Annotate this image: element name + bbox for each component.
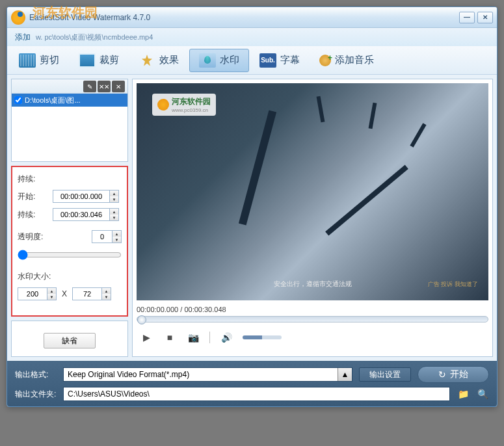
main-tabs: 剪切 裁剪 效果 水印 Sub.字幕 添加音乐 (7, 46, 497, 75)
duration-input[interactable]: ▲▼ (53, 208, 119, 221)
film-icon (19, 53, 36, 68)
minimize-button[interactable]: — (459, 12, 475, 23)
content-area: ✎ ✕✕ ✕ D:\tools\桌面\图... 持续: 开始: ▲▼ 持续: ▲… (7, 75, 497, 361)
watermark-settings: 持续: 开始: ▲▼ 持续: ▲▼ 透明度: ▲▼ 水印大小: ▲▼ (11, 166, 128, 317)
edit-button[interactable]: ✎ (83, 81, 96, 92)
progress-bar[interactable] (137, 316, 488, 322)
dropdown-icon[interactable]: ▲ (338, 368, 352, 381)
watermark-list: ✎ ✕✕ ✕ D:\tools\桌面\图... (11, 79, 128, 162)
output-settings-button[interactable]: 输出设置 (359, 367, 411, 382)
default-button[interactable]: 缺省 (44, 333, 96, 348)
item-label: D:\tools\桌面\图... (25, 96, 81, 105)
spin-up[interactable]: ▲ (102, 288, 111, 294)
snapshot-button[interactable]: 📷 (186, 332, 200, 343)
duration-header: 持续: (18, 174, 35, 185)
tab-watermark[interactable]: 水印 (189, 49, 249, 72)
output-folder-input[interactable]: C:\Users\ASUS\Videos\ (63, 387, 450, 401)
crop-icon (79, 53, 96, 68)
app-window: EasiestSoft Video Watermark 4.7.0 河东软件园 … (7, 7, 497, 407)
right-panel: 河东软件园 www.pc0359.cn 安全出行，遵循市交通法规 广告 投诉 我… (132, 79, 493, 357)
video-area: 河东软件园 www.pc0359.cn 安全出行，遵循市交通法规 广告 投诉 我… (132, 79, 493, 357)
bottom-bar: 输出格式: Keep Original Video Format(*.mp4) … (7, 361, 497, 406)
spin-down[interactable]: ▼ (47, 294, 56, 300)
opacity-slider[interactable] (18, 250, 122, 260)
app-icon (11, 10, 25, 25)
folder-label: 输出文件夹: (15, 389, 57, 400)
spin-down[interactable]: ▼ (113, 237, 121, 243)
clear-all-button[interactable]: ✕✕ (98, 81, 111, 92)
size-label: 水印大小: (18, 271, 51, 282)
browse-folder-icon[interactable]: 📁 (457, 387, 470, 400)
spin-up[interactable]: ▲ (110, 190, 118, 196)
refresh-icon: ↻ (438, 369, 446, 380)
start-time-input[interactable]: ▲▼ (53, 190, 119, 203)
x-separator: X (62, 289, 67, 298)
music-icon (319, 55, 331, 66)
window-title: EasiestSoft Video Watermark 4.7.0 (29, 13, 459, 22)
opacity-input[interactable]: ▲▼ (92, 230, 122, 243)
tab-effect[interactable]: 效果 (129, 49, 188, 72)
tab-cut[interactable]: 剪切 (10, 49, 68, 72)
height-input[interactable]: ▲▼ (72, 287, 111, 300)
tab-music[interactable]: 添加音乐 (310, 49, 383, 72)
close-button[interactable]: ✕ (477, 12, 493, 23)
format-select[interactable]: Keep Original Video Format(*.mp4) ▲ (63, 367, 352, 382)
start-button[interactable]: ↻开始 (418, 366, 489, 383)
window-controls: — ✕ (459, 12, 493, 23)
time-display: 00:00:00.000 / 00:00:30.048 (137, 306, 488, 313)
start-label: 开始: (18, 191, 47, 202)
pathbar: 添加 w. pc\tools\桌面\视频\ncmbdeee.mp4 (7, 28, 497, 46)
spin-up[interactable]: ▲ (113, 231, 121, 237)
watermark-icon (199, 53, 216, 68)
duration-label: 持续: (18, 209, 47, 220)
tab-crop[interactable]: 裁剪 (70, 49, 128, 72)
progress-handle[interactable] (137, 315, 146, 324)
spin-down[interactable]: ▼ (110, 196, 118, 202)
titlebar[interactable]: EasiestSoft Video Watermark 4.7.0 河东软件园 … (7, 7, 497, 28)
tab-subtitle[interactable]: Sub.字幕 (250, 49, 309, 72)
file-path: w. pc\tools\桌面\视频\ncmbdeee.mp4 (36, 33, 153, 42)
item-checkbox[interactable] (14, 96, 22, 104)
spin-down[interactable]: ▼ (102, 294, 111, 300)
volume-button[interactable]: 🔊 (219, 332, 233, 343)
spin-up[interactable]: ▲ (47, 288, 56, 294)
format-label: 输出格式: (15, 369, 57, 380)
wm-logo-icon (157, 99, 169, 111)
list-item[interactable]: D:\tools\桌面\图... (12, 94, 127, 107)
effect-icon (139, 53, 155, 68)
spin-down[interactable]: ▼ (110, 215, 118, 220)
video-corner-text: 广告 投诉 我知道了 (428, 280, 478, 289)
width-input[interactable]: ▲▼ (18, 287, 57, 300)
subtitle-icon: Sub. (259, 53, 276, 68)
video-preview[interactable]: 河东软件园 www.pc0359.cn 安全出行，遵循市交通法规 广告 投诉 我… (137, 83, 488, 300)
left-panel: ✎ ✕✕ ✕ D:\tools\桌面\图... 持续: 开始: ▲▼ 持续: ▲… (11, 79, 128, 357)
add-label[interactable]: 添加 (15, 32, 31, 43)
stop-button[interactable]: ■ (163, 332, 177, 343)
volume-slider[interactable] (243, 335, 282, 339)
video-subtitle: 安全出行，遵循市交通法规 (274, 280, 352, 289)
spin-up[interactable]: ▲ (110, 209, 118, 215)
search-icon[interactable]: 🔍 (476, 387, 489, 400)
watermark-overlay: 河东软件园 www.pc0359.cn (152, 94, 216, 116)
list-toolbar: ✎ ✕✕ ✕ (12, 79, 127, 94)
timeline: 00:00:00.000 / 00:00:30.048 (137, 306, 488, 322)
player-controls: ▶ ■ 📷 🔊 (137, 332, 488, 343)
play-button[interactable]: ▶ (139, 332, 153, 343)
remove-button[interactable]: ✕ (112, 81, 125, 92)
opacity-label: 透明度: (18, 231, 54, 243)
